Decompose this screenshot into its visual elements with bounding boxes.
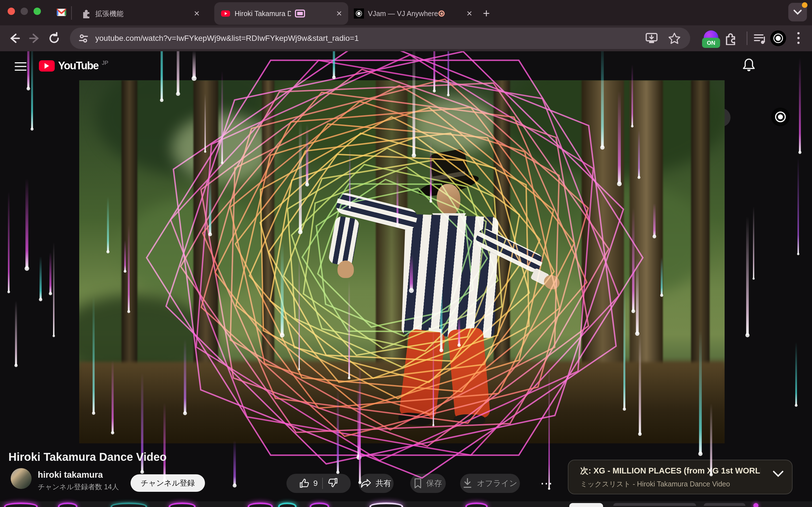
extensions-menu-button[interactable] xyxy=(724,32,737,46)
sky-gap-blob xyxy=(172,114,274,182)
thumbs-down-icon xyxy=(327,477,338,488)
bottom-chip[interactable] xyxy=(613,503,696,506)
like-count: 9 xyxy=(313,479,318,488)
tree-trunk xyxy=(581,80,624,387)
shoe xyxy=(454,414,485,426)
thumbs-up-icon xyxy=(299,478,310,489)
tree-trunk xyxy=(121,80,137,371)
video-title: Hiroki Takamura Dance Video xyxy=(8,451,167,463)
sky-gap-blob xyxy=(412,97,497,154)
close-icon[interactable]: ✕ xyxy=(191,9,202,18)
share-button[interactable]: 共有 xyxy=(359,474,394,493)
bottom-chip[interactable] xyxy=(704,503,746,506)
youtube-favicon xyxy=(220,8,231,18)
url-text: youtube.com/watch?v=IwFYkepWj9w&list=RDI… xyxy=(95,34,359,43)
dancer xyxy=(305,148,559,443)
recording-indicator-icon xyxy=(439,10,445,17)
reload-button[interactable] xyxy=(45,29,63,47)
address-bar[interactable]: youtube.com/watch?v=IwFYkepWj9w&list=RDI… xyxy=(70,27,690,49)
tree-trunk xyxy=(262,80,274,368)
chevron-down-icon xyxy=(771,470,785,478)
video-player[interactable] xyxy=(79,80,725,443)
install-app-icon[interactable] xyxy=(645,33,658,44)
save-button[interactable]: 保存 xyxy=(410,474,446,493)
record-icon xyxy=(773,34,783,43)
red-pant-leg xyxy=(399,328,446,420)
next-up-panel[interactable] xyxy=(568,460,793,494)
channel-name[interactable]: hiroki takamura xyxy=(38,470,103,480)
next-up-title: 次: XG - MILLION PLACES (from XG 1st WORL… xyxy=(580,465,761,476)
gmail-icon xyxy=(55,7,68,18)
tab-vjam[interactable]: VJam — VJ Anywhere ✕ xyxy=(351,2,475,25)
region-code: JP xyxy=(102,60,108,66)
notifications-button[interactable] xyxy=(742,57,756,74)
vjam-favicon xyxy=(354,8,364,18)
close-icon[interactable]: ✕ xyxy=(334,9,345,18)
face xyxy=(437,184,460,216)
media-playlist-icon xyxy=(753,33,767,45)
vj-extension-button[interactable]: ON xyxy=(704,31,718,45)
update-badge xyxy=(802,2,808,8)
guide-menu-button[interactable] xyxy=(15,60,27,73)
share-icon xyxy=(361,479,371,488)
browser-toolbar: youtube.com/watch?v=IwFYkepWj9w&list=RDI… xyxy=(0,25,812,51)
forearm xyxy=(328,216,360,267)
youtube-logo[interactable]: YouTube JP xyxy=(39,60,108,72)
back-button[interactable] xyxy=(5,29,23,47)
pill-divider xyxy=(322,478,323,489)
tree-trunk xyxy=(691,80,710,379)
media-controls-button[interactable] xyxy=(753,33,767,46)
youtube-masthead: YouTube JP + 作成 xyxy=(0,51,812,80)
tab-title: 拡張機能 xyxy=(95,9,123,18)
channel-avatar[interactable] xyxy=(11,468,32,489)
back-icon xyxy=(8,33,20,44)
traffic-light-close[interactable] xyxy=(8,8,15,15)
close-icon[interactable]: ✕ xyxy=(464,9,475,18)
tree-trunk xyxy=(629,80,663,387)
tab-youtube-active[interactable]: Hiroki Takamura Dance Vi ✕ xyxy=(214,2,348,25)
account-avatar[interactable] xyxy=(771,108,790,126)
tab-title: VJam — VJ Anywhere xyxy=(368,10,439,18)
forward-icon xyxy=(29,33,41,44)
next-up-subtitle: ミックスリスト - Hiroki Takamura Dance Video xyxy=(580,480,761,489)
like-button[interactable]: 9 xyxy=(299,478,318,489)
like-dislike-pill: 9 xyxy=(287,474,351,493)
chevron-down-icon xyxy=(793,9,803,15)
new-tab-button[interactable]: + xyxy=(478,5,495,22)
puzzle-icon xyxy=(81,8,91,18)
download-icon xyxy=(463,478,472,489)
more-actions-button[interactable]: ⋯ xyxy=(537,476,557,491)
hand-left xyxy=(338,261,354,278)
extension-on-badge: ON xyxy=(702,38,720,48)
screen-record-button[interactable] xyxy=(770,31,786,46)
pip-media-icon[interactable] xyxy=(295,10,305,17)
subscriber-count: チャンネル登録者数 14人 xyxy=(38,482,119,492)
tab-extensions[interactable]: 拡張機能 ✕ xyxy=(75,2,202,25)
bottom-chip[interactable] xyxy=(569,503,603,507)
forward-button[interactable] xyxy=(26,29,44,47)
site-info-icon[interactable] xyxy=(78,33,89,44)
tab-strip: 拡張機能 ✕ Hiroki Takamura Dance Vi ✕ VJam —… xyxy=(0,0,812,25)
browser-menu-button[interactable] xyxy=(797,32,800,44)
next-up-expand-button[interactable] xyxy=(771,470,785,480)
traffic-light-zoom[interactable] xyxy=(34,8,41,15)
traffic-light-minimize[interactable] xyxy=(20,8,28,15)
pinned-tab-gmail[interactable] xyxy=(55,7,68,19)
red-pant-leg xyxy=(448,327,490,420)
toolbar-separator xyxy=(747,32,748,45)
tab-separator xyxy=(71,6,72,20)
bell-icon xyxy=(742,57,756,73)
bookmark-icon xyxy=(414,478,422,489)
extensions-puzzle-icon xyxy=(724,32,737,45)
offline-button[interactable]: オフライン xyxy=(460,474,520,493)
neon-dot xyxy=(753,503,758,507)
subscribe-button[interactable]: チャンネル登録 xyxy=(131,474,205,492)
youtube-logo-icon xyxy=(39,60,55,71)
tree-trunk xyxy=(193,80,218,373)
avatar-record-icon xyxy=(775,112,786,122)
dislike-button[interactable] xyxy=(327,477,338,490)
reload-icon xyxy=(48,32,60,45)
bookmark-star-icon[interactable] xyxy=(668,33,680,44)
tab-title: Hiroki Takamura Dance Vi xyxy=(235,10,291,18)
